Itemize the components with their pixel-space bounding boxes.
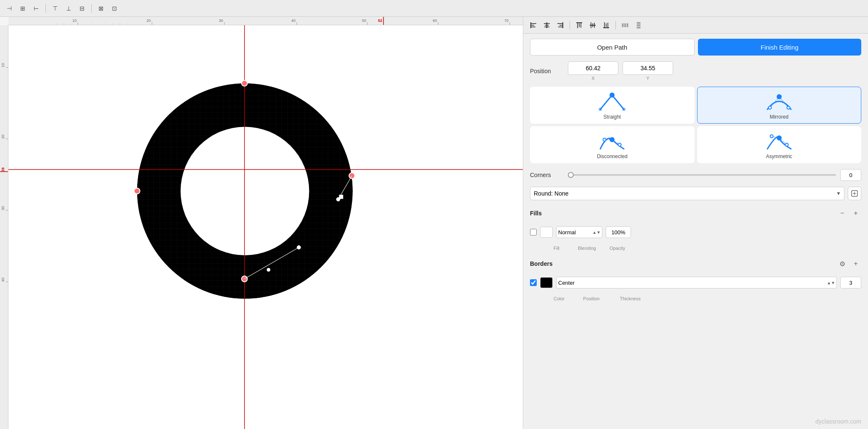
svg-rect-79 (606, 23, 607, 27)
mirrored-label: Mirrored (769, 114, 788, 120)
svg-rect-70 (577, 22, 578, 28)
borders-actions: ⚙ + (837, 258, 861, 269)
border-thickness-input-0[interactable] (840, 277, 861, 289)
node-type-straight[interactable]: Straight (530, 87, 695, 124)
svg-rect-66 (557, 23, 563, 24)
fill-blend-select-0[interactable]: Normal Multiply Screen (556, 226, 602, 238)
border-pos-select-0[interactable]: Center Inside Outside (556, 277, 837, 289)
toolbar-btn-7[interactable]: ⊠ (95, 3, 107, 14)
svg-text:40: 40 (291, 19, 296, 23)
round-row: Round: None Round: All Round: Top Round:… (530, 187, 861, 200)
node-type-disconnected[interactable]: Disconnected (530, 126, 695, 163)
fills-actions: − + (837, 208, 861, 219)
align-left-btn[interactable] (527, 19, 539, 31)
disconnected-icon (599, 131, 626, 152)
align-center-h-btn[interactable] (541, 19, 553, 31)
svg-text:40: 40 (1, 278, 5, 282)
fill-label-0: Fill (554, 246, 559, 251)
align-center-v-btn[interactable] (587, 19, 599, 31)
svg-text:20: 20 (146, 19, 151, 23)
toolbar-divider-2 (91, 4, 92, 13)
ruler-top-svg: 10 20 30 40 50 52 60 70 80 (8, 17, 523, 25)
toolbar-btn-5[interactable]: ⊥ (63, 3, 75, 14)
svg-rect-86 (637, 24, 640, 26)
position-y-wrap: Y (623, 61, 673, 81)
align-divider-2 (615, 21, 616, 29)
round-icon-button[interactable] (848, 187, 861, 200)
border-checkbox-0[interactable] (530, 279, 537, 286)
ruler-left-svg: 10 20 26 30 40 (0, 25, 8, 429)
fill-color-swatch-0[interactable] (540, 227, 553, 238)
svg-point-95 (787, 106, 790, 109)
svg-point-49 (134, 188, 140, 194)
svg-point-105 (785, 143, 788, 146)
position-y-input[interactable] (623, 61, 673, 75)
svg-point-88 (610, 93, 615, 98)
fills-add-btn[interactable]: + (850, 208, 861, 219)
corners-value-input[interactable] (840, 169, 861, 181)
svg-point-90 (622, 108, 626, 111)
distribute-h-btn[interactable] (619, 19, 631, 31)
svg-text:10: 10 (1, 63, 5, 67)
canvas-area[interactable]: 10 20 30 40 50 52 60 70 80 (0, 17, 523, 429)
svg-text:26: 26 (1, 167, 5, 172)
round-select[interactable]: Round: None Round: All Round: Top Round:… (530, 187, 844, 200)
watermark: dyclassroom.com (523, 413, 868, 429)
toolbar-btn-2[interactable]: ⊞ (17, 3, 29, 14)
svg-point-55 (297, 246, 301, 249)
node-type-mirrored[interactable]: Mirrored (697, 87, 862, 124)
border-thickness-label-0: Thickness (620, 296, 641, 301)
align-right-btn[interactable] (554, 19, 566, 31)
position-x-wrap: X (568, 61, 618, 81)
fill-checkbox-0[interactable] (530, 229, 537, 236)
borders-settings-btn[interactable]: ⚙ (837, 258, 848, 269)
svg-point-103 (770, 135, 773, 138)
position-label: Position (530, 68, 564, 74)
asymmetric-icon (766, 131, 793, 152)
node-type-asymmetric[interactable]: Asymmetric (697, 126, 862, 163)
svg-rect-84 (627, 24, 628, 27)
corners-slider[interactable] (568, 174, 836, 176)
ruler-left: 10 20 26 30 40 (0, 25, 8, 429)
svg-rect-87 (637, 27, 640, 28)
svg-text:60: 60 (433, 19, 437, 23)
canvas-svg[interactable] (8, 25, 523, 429)
position-row: Position X Y (530, 61, 861, 81)
svg-rect-80 (607, 23, 608, 28)
fill-opacity-input-0[interactable] (606, 226, 631, 238)
align-top-btn[interactable] (573, 19, 585, 31)
svg-rect-77 (590, 25, 596, 26)
border-color-label-0: Color (554, 296, 564, 301)
fill-row-0: Normal Multiply Screen ▲▼ (530, 225, 861, 240)
svg-rect-45 (137, 83, 353, 299)
borders-add-btn[interactable]: + (850, 258, 861, 269)
finish-editing-button[interactable]: Finish Editing (698, 39, 862, 56)
disconnected-label: Disconnected (597, 154, 628, 159)
toolbar-btn-8[interactable]: ⊡ (109, 3, 120, 14)
toolbar-btn-6[interactable]: ⊟ (76, 3, 88, 14)
svg-rect-78 (604, 22, 605, 28)
svg-rect-71 (579, 23, 580, 27)
toolbar-btn-3[interactable]: ⊢ (30, 3, 42, 14)
watermark-text: dyclassroom.com (815, 418, 861, 425)
svg-rect-83 (625, 24, 626, 27)
fill-blend-wrap-0: Normal Multiply Screen ▲▼ (556, 226, 602, 238)
fills-remove-btn[interactable]: − (837, 208, 848, 219)
toolbar-btn-4[interactable]: ⊤ (49, 3, 61, 14)
distribute-v-btn[interactable] (633, 19, 644, 31)
ruler-top: 10 20 30 40 50 52 60 70 80 (8, 17, 523, 25)
open-path-button[interactable]: Open Path (530, 39, 695, 56)
svg-text:30: 30 (219, 19, 223, 23)
border-color-swatch-0[interactable] (540, 277, 553, 288)
top-toolbar: ⊣ ⊞ ⊢ ⊤ ⊥ ⊟ ⊠ ⊡ (0, 0, 868, 17)
corners-row: Corners (530, 169, 861, 181)
svg-rect-81 (603, 27, 609, 28)
position-x-input[interactable] (568, 61, 618, 75)
fill-sub-labels-0: Fill Blending Opacity (530, 246, 861, 251)
svg-point-98 (603, 138, 606, 141)
align-bottom-btn[interactable] (600, 19, 612, 31)
svg-text:10: 10 (72, 19, 77, 23)
toolbar-btn-1[interactable]: ⊣ (3, 3, 15, 14)
svg-rect-73 (576, 22, 582, 23)
fill-blend-label-0: Blending (578, 246, 596, 251)
